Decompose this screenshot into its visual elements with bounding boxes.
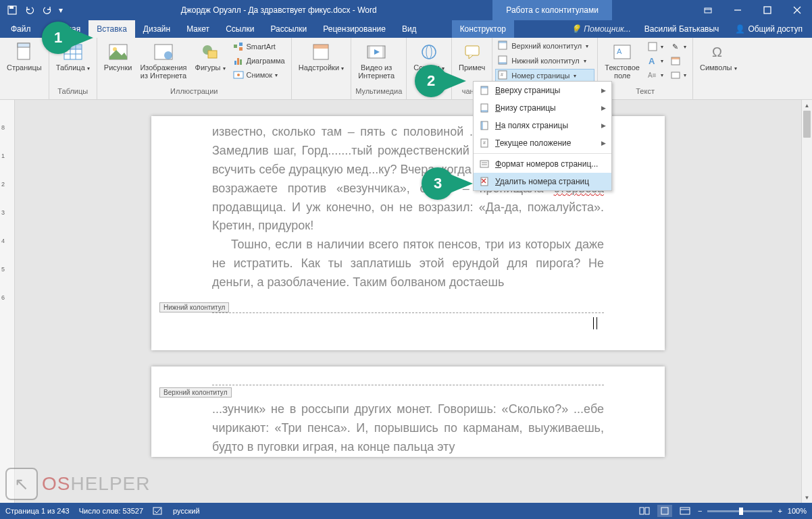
dd-bottom-of-page[interactable]: Внизу страницы▶ [474,99,611,117]
cursor-icon: ↖ [5,468,38,500]
quick-access-toolbar: ▾ [0,2,65,18]
footer-region[interactable] [212,312,604,339]
quickparts-icon [647,41,658,52]
dd-remove-page-numbers[interactable]: Удалить номера страниц [474,173,611,190]
tab-constructor[interactable]: Конструктор [452,20,514,38]
lightbulb-icon: 💡 [571,24,581,34]
footer-button[interactable]: Нижний колонтитул▾ [495,54,594,67]
zoom-slider[interactable] [707,510,772,512]
online-video-button[interactable]: Видео из Интернета [355,40,397,81]
pictures-icon [107,41,129,63]
user-name[interactable]: Василий Батькавыч [638,20,726,38]
header-button[interactable]: Верхний колонтитул▾ [495,39,594,53]
smartart-icon [233,41,244,52]
format-icon [479,159,490,169]
vertical-scrollbar[interactable]: ▲ ▼ [801,100,812,503]
quickparts-button[interactable]: ▾ [645,40,665,53]
view-print-icon[interactable] [657,505,672,517]
dropcap-icon: A≡ [647,70,658,80]
tab-layout[interactable]: Макет [178,20,218,38]
ribbon: Страницы Таблица ▾ Таблицы Рисунки Изобр… [0,38,812,100]
page-margins-icon [479,120,490,131]
page-number-button[interactable]: #Номер страницы▾ [495,69,594,82]
zoom-in-icon[interactable]: + [778,507,782,515]
tab-references[interactable]: Ссылки [218,20,262,38]
dd-format-page-numbers[interactable]: Формат номеров страниц... [474,155,611,173]
addins-button[interactable]: Надстройки ▾ [296,40,347,74]
datetime-icon [670,55,681,66]
status-page[interactable]: Страница 1 из 243 [5,507,70,515]
tab-file[interactable]: Файл [0,20,42,38]
tab-insert[interactable]: Вставка [88,20,135,38]
svg-rect-70 [661,508,668,514]
scroll-up-icon[interactable]: ▲ [802,100,812,111]
object-button[interactable]: ▾ [668,68,688,82]
close-icon[interactable] [782,0,812,20]
dd-top-of-page[interactable]: Вверху страницы▶ [474,82,611,99]
zoom-out-icon[interactable]: − [698,507,702,515]
symbols-button[interactable]: Ω Символы ▾ [697,40,740,74]
scroll-down-icon[interactable]: ▼ [802,492,812,503]
status-language[interactable]: русский [173,507,199,515]
svg-rect-50 [671,57,680,59]
share-icon: 👤 [735,24,745,34]
redo-icon[interactable] [39,2,55,18]
wordart-button[interactable]: A▾ [645,54,665,67]
online-pictures-button[interactable]: Изображения из Интернета [137,40,189,81]
svg-text:A: A [617,47,622,55]
smartart-button[interactable]: SmartArt [231,40,287,53]
undo-icon[interactable] [22,2,38,18]
dropcap-button[interactable]: A≡▾ [645,68,665,82]
header-region[interactable] [212,366,604,385]
text-cursor [593,317,597,329]
watermark: ↖ OSHELPER [5,468,151,500]
spellcheck-icon[interactable] [153,506,163,516]
tell-me-helper[interactable]: 💡Помощник... [564,20,637,38]
pictures-button[interactable]: Рисунки [101,40,135,73]
page-canvas[interactable]: известно, сколько там – пять с половиной… [15,100,801,503]
signature-button[interactable]: ✎▾ [668,40,688,53]
zoom-level[interactable]: 100% [788,507,807,515]
qat-customize-icon[interactable]: ▾ [57,2,65,18]
save-icon[interactable] [4,2,20,18]
pages-button[interactable]: Страницы [4,40,45,73]
view-web-icon[interactable] [678,505,692,517]
addins-icon [310,41,332,63]
minimize-icon[interactable] [723,0,753,20]
svg-rect-58 [481,121,483,130]
svg-rect-37 [465,46,479,55]
body-text-p2: Тошно, если в наличии всего пяток пенсов… [212,236,604,292]
tab-design[interactable]: Дизайн [135,20,178,38]
footer-icon [498,55,509,66]
svg-rect-61 [480,161,488,167]
chart-button[interactable]: Диаграмма [231,54,287,67]
comments-button[interactable]: Примеч [456,40,488,73]
shapes-icon [199,41,221,63]
view-read-icon[interactable] [637,505,652,517]
svg-point-19 [164,51,172,59]
vertical-ruler[interactable]: 8 1 2 3 4 5 6 [0,100,15,503]
callout-marker-1: 1 [42,22,74,54]
ribbon-display-icon[interactable] [693,0,723,20]
share-button[interactable]: 👤Общий доступ [726,20,812,38]
titlebar: ▾ Джордж Оруэлл - Да здравствует фикус.d… [0,0,812,20]
dd-page-margins[interactable]: На полях страницы▶ [474,117,611,134]
shapes-button[interactable]: Фигуры ▾ [193,40,228,74]
svg-rect-24 [239,47,243,51]
tab-mailings[interactable]: Рассылки [262,20,315,38]
pagenum-icon: # [498,70,509,81]
screenshot-button[interactable]: Снимок ▾ [231,68,287,82]
status-bar: Страница 1 из 243 Число слов: 53527 русс… [0,503,812,519]
chart-icon [233,55,244,66]
svg-text:Ω: Ω [712,45,722,59]
scrollbar-thumb[interactable] [803,111,811,138]
datetime-button[interactable] [668,54,688,67]
tab-view[interactable]: Вид [394,20,425,38]
text-box-button[interactable]: A Текстовое поле [602,40,642,81]
dd-current-position[interactable]: #Текущее положение▶ [474,134,611,152]
tab-review[interactable]: Рецензирование [315,20,394,38]
svg-rect-68 [640,508,644,514]
status-words[interactable]: Число слов: 53527 [79,507,143,515]
maximize-icon[interactable] [753,0,782,20]
links-icon [418,41,440,63]
